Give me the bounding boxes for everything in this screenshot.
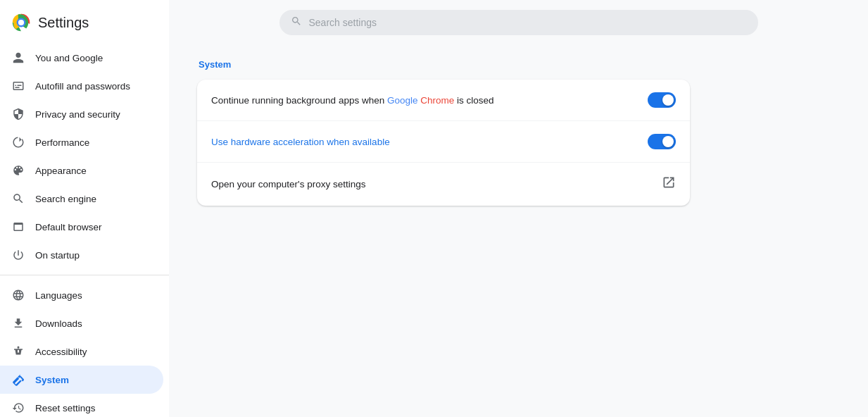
sidebar-label-reset-settings: Reset settings: [35, 403, 96, 413]
setting-row-background-apps: Continue running background apps when Go…: [197, 80, 690, 121]
shield-icon: [11, 107, 25, 121]
browser-icon: [11, 220, 25, 234]
reset-icon: [11, 401, 25, 415]
external-link-icon[interactable]: [662, 175, 676, 193]
performance-icon: [11, 135, 25, 149]
sidebar-label-on-startup: On startup: [35, 250, 80, 261]
sidebar-label-performance: Performance: [35, 137, 89, 148]
sidebar-label-downloads: Downloads: [35, 318, 82, 329]
sidebar-item-you-and-google[interactable]: You and Google: [0, 44, 163, 72]
sidebar-label-system: System: [35, 375, 69, 385]
svg-point-5: [18, 347, 20, 349]
sidebar-item-autofill[interactable]: Autofill and passwords: [0, 72, 163, 100]
search-bar-container: [169, 0, 868, 45]
setting-label-background-apps: Continue running background apps when Go…: [211, 95, 648, 106]
badge-icon: [11, 79, 25, 93]
main-content: System Continue running background apps …: [169, 0, 868, 417]
search-icon: [11, 192, 25, 206]
sidebar-item-default-browser[interactable]: Default browser: [0, 213, 163, 241]
sidebar-item-appearance[interactable]: Appearance: [0, 156, 163, 185]
sidebar-label-autofill: Autofill and passwords: [35, 81, 130, 92]
settings-content: System Continue running background apps …: [169, 45, 718, 234]
sidebar-label-languages: Languages: [35, 290, 82, 301]
setting-label-proxy: Open your computer's proxy settings: [211, 179, 662, 189]
toggle-hardware-acceleration[interactable]: [648, 134, 676, 149]
sidebar-item-system[interactable]: System: [0, 366, 163, 394]
sidebar-item-accessibility[interactable]: Accessibility: [0, 337, 163, 366]
sidebar-label-accessibility: Accessibility: [35, 347, 87, 357]
toggle-slider-hardware-acceleration: [648, 134, 676, 149]
sidebar-nav: You and Google Autofill and passwords Pr…: [0, 44, 169, 417]
sidebar-item-on-startup[interactable]: On startup: [0, 241, 163, 269]
sidebar-header: Settings: [0, 6, 169, 44]
person-icon: [11, 51, 25, 65]
sidebar-item-reset-settings[interactable]: Reset settings: [0, 394, 163, 417]
sidebar-label-you-and-google: You and Google: [35, 53, 103, 63]
sidebar-label-appearance: Appearance: [35, 166, 87, 176]
sidebar-label-default-browser: Default browser: [35, 222, 102, 232]
search-input[interactable]: [309, 17, 747, 28]
settings-card: Continue running background apps when Go…: [197, 80, 690, 206]
download-icon: [11, 316, 25, 330]
sidebar-item-languages[interactable]: Languages: [0, 281, 163, 309]
palette-icon: [11, 163, 25, 178]
sidebar-divider: [0, 275, 169, 275]
sidebar-label-search-engine: Search engine: [35, 194, 96, 204]
setting-row-hardware-acceleration: Use hardware acceleration when available: [197, 121, 690, 163]
search-bar: [279, 10, 758, 35]
sidebar-item-search-engine[interactable]: Search engine: [0, 185, 163, 213]
setting-label-hardware-acceleration[interactable]: Use hardware acceleration when available: [211, 137, 648, 147]
toggle-background-apps[interactable]: [648, 92, 676, 108]
chrome-logo-icon: [11, 13, 31, 32]
sidebar-item-downloads[interactable]: Downloads: [0, 309, 163, 337]
sidebar-item-performance[interactable]: Performance: [0, 128, 163, 156]
search-icon: [291, 15, 302, 30]
wrench-icon: [11, 373, 25, 387]
toggle-slider-background-apps: [648, 92, 676, 108]
app-title: Settings: [38, 15, 89, 31]
google-text: Google: [387, 95, 418, 106]
sidebar: Settings You and Google Autofill and pas…: [0, 0, 169, 417]
svg-point-4: [18, 20, 24, 25]
accessibility-icon: [11, 344, 25, 359]
globe-icon: [11, 288, 25, 302]
chrome-text: Chrome: [420, 95, 454, 106]
sidebar-label-privacy: Privacy and security: [35, 109, 120, 120]
section-title: System: [197, 59, 690, 70]
sidebar-item-privacy[interactable]: Privacy and security: [0, 100, 163, 128]
setting-row-proxy: Open your computer's proxy settings: [197, 163, 690, 206]
power-icon: [11, 248, 25, 262]
